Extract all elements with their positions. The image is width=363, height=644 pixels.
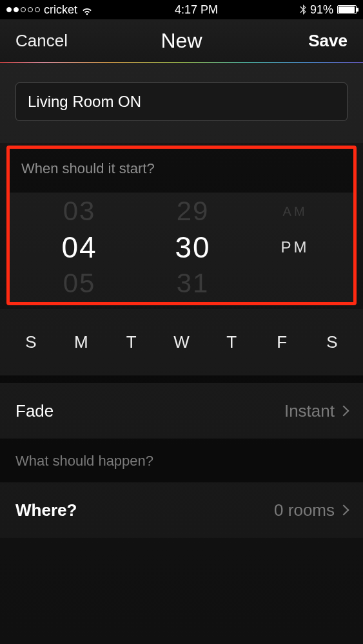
routine-name-input[interactable]: [15, 82, 348, 121]
day-fri[interactable]: F: [269, 332, 295, 352]
hour-next: 05: [63, 265, 96, 301]
ampm-selected: PM: [281, 229, 309, 265]
ampm-prev: AM: [283, 193, 308, 229]
battery-percentage: 91%: [310, 3, 333, 17]
day-selector: S M T W T F S: [0, 309, 363, 375]
status-left: cricket: [6, 3, 93, 17]
minute-picker[interactable]: 29 30 31: [136, 193, 250, 302]
chevron-right-icon: [338, 505, 349, 516]
fade-row[interactable]: Fade Instant: [0, 383, 363, 439]
rainbow-divider: [0, 62, 363, 63]
day-sat[interactable]: S: [319, 332, 345, 352]
ampm-next-spacer: [292, 265, 299, 301]
bluetooth-icon: [300, 5, 306, 15]
wifi-icon: [81, 5, 93, 14]
fade-value-text: Instant: [284, 401, 335, 421]
where-value: 0 rooms: [274, 500, 348, 520]
fade-value: Instant: [284, 401, 348, 421]
carrier-label: cricket: [44, 3, 77, 17]
chevron-right-icon: [338, 406, 349, 417]
hour-prev: 03: [63, 193, 96, 229]
minute-next: 31: [177, 265, 210, 301]
name-section: [0, 63, 363, 143]
day-thu[interactable]: T: [219, 332, 244, 352]
status-time: 4:17 PM: [175, 3, 218, 17]
ampm-picker[interactable]: AM PM: [250, 193, 340, 302]
day-tue[interactable]: T: [119, 332, 144, 352]
where-value-text: 0 rooms: [274, 500, 335, 520]
nav-bar: Cancel New Save: [0, 19, 363, 62]
time-block-highlight: When should it start? 03 04 05 29 30 31 …: [6, 146, 357, 305]
day-mon[interactable]: M: [68, 332, 94, 352]
signal-strength-icon: [6, 7, 40, 12]
day-sun[interactable]: S: [18, 332, 44, 352]
save-button[interactable]: Save: [308, 31, 348, 51]
minute-prev: 29: [177, 193, 210, 229]
status-right: 91%: [300, 3, 357, 17]
what-should-happen-header: What should happen?: [0, 439, 363, 482]
app-screen: cricket 4:17 PM 91% Cancel New Save When…: [0, 0, 363, 644]
fade-label: Fade: [15, 401, 54, 421]
time-picker[interactable]: 03 04 05 29 30 31 AM PM: [10, 193, 353, 302]
battery-icon: [337, 5, 357, 14]
minute-selected: 30: [175, 229, 211, 265]
time-section-header: When should it start?: [10, 149, 353, 193]
where-label: Where?: [15, 500, 77, 520]
day-wed[interactable]: W: [168, 332, 194, 352]
hour-picker[interactable]: 03 04 05: [23, 193, 136, 302]
hour-selected: 04: [61, 229, 97, 265]
divider: [0, 375, 363, 383]
status-bar: cricket 4:17 PM 91%: [0, 0, 363, 19]
where-row[interactable]: Where? 0 rooms: [0, 482, 363, 538]
cancel-button[interactable]: Cancel: [15, 31, 68, 51]
